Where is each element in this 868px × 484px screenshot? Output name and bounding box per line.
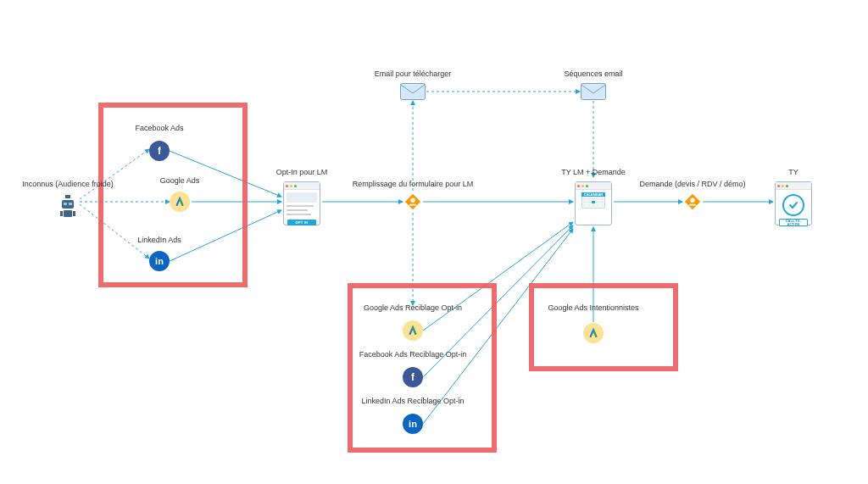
retarget-google-label: Google Ads Reciblage Opt-in [364, 303, 462, 312]
checkmark-icon [782, 194, 804, 216]
svg-rect-19 [64, 203, 67, 205]
optin-button-text: OPT IN [295, 220, 308, 225]
ty-lm-label: TY LM + Demande [561, 168, 626, 176]
ty-label: TY [788, 168, 798, 176]
ty-lm-browser-icon: CALENDAR [575, 181, 612, 225]
linkedin-ads-label: LinkedIn Ads [137, 236, 181, 244]
cta-button-text: CALL-TO-ACTION [780, 220, 807, 226]
linkedin-icon: in [403, 414, 423, 434]
svg-rect-28 [581, 84, 606, 100]
google-ads-icon [583, 323, 604, 343]
robot-icon [57, 195, 79, 219]
retarget-linkedin-label: LinkedIn Ads Reciblage Opt-in [361, 397, 464, 405]
email-download-label: Email pour télécharger [375, 70, 452, 78]
ty-browser-icon: CALL-TO-ACTION [775, 181, 812, 225]
diagram-canvas: Inconnus (Audience froide) Facebook Ads … [0, 0, 868, 484]
calendar-icon: CALENDAR [581, 192, 605, 209]
google-ads-icon [403, 320, 423, 341]
facebook-ads-label: Facebook Ads [135, 124, 183, 132]
envelope-icon [400, 83, 426, 100]
email-sequence-label: Séquences email [564, 70, 622, 78]
highlight-intent [529, 283, 678, 371]
svg-rect-22 [64, 210, 72, 217]
optin-label: Opt-In pour LM [276, 168, 328, 176]
linkedin-icon: in [149, 251, 170, 271]
google-ads-icon [170, 192, 190, 212]
svg-rect-20 [69, 203, 72, 205]
demande-marker-icon [683, 192, 702, 211]
inconnus-label: Inconnus (Audience froide) [22, 180, 114, 188]
svg-point-26 [410, 197, 415, 203]
svg-rect-24 [73, 211, 75, 216]
demande-label: Demande (devis / RDV / démo) [639, 180, 745, 188]
svg-rect-23 [60, 211, 63, 216]
facebook-icon: f [403, 367, 423, 387]
svg-rect-21 [65, 195, 70, 198]
svg-rect-27 [401, 84, 426, 100]
retarget-facebook-label: Facebook Ads Reciblage Opt-in [359, 350, 467, 359]
google-ads-label: Google Ads [160, 176, 200, 185]
intent-google-label: Google Ads Intentionnistes [548, 303, 638, 312]
optin-browser-icon: OPT IN [283, 181, 320, 225]
facebook-icon: f [149, 141, 170, 161]
envelope-icon [581, 83, 606, 100]
svg-point-30 [690, 197, 695, 203]
form-fill-label: Remplissage du formulaire pour LM [353, 180, 474, 188]
form-fill-marker-icon [403, 192, 422, 211]
